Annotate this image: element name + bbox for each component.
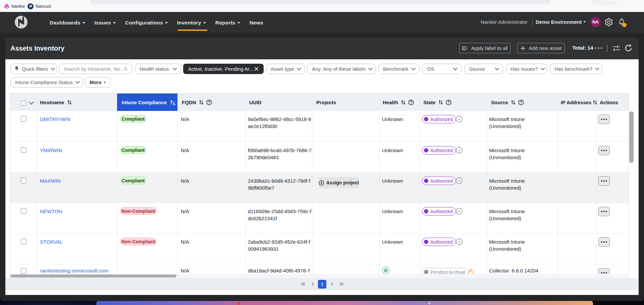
svg-text:?: ? bbox=[410, 100, 412, 104]
svg-text:?: ? bbox=[447, 100, 449, 104]
svg-text:?: ? bbox=[208, 100, 210, 104]
svg-text:?: ? bbox=[520, 100, 522, 104]
